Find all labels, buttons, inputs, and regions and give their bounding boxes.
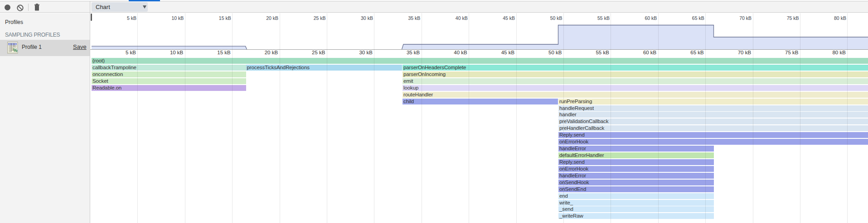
svg-text:%: %: [13, 47, 18, 53]
